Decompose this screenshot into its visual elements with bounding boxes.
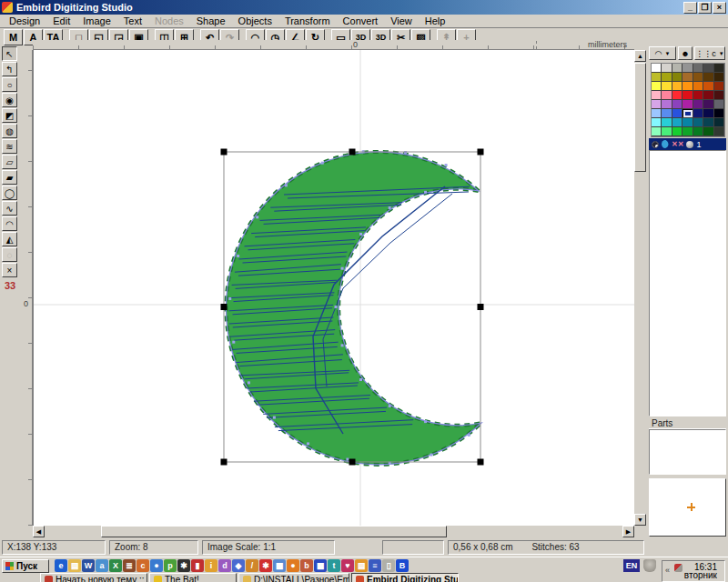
curve-node[interactable] <box>285 184 288 186</box>
crescent-fill-shape[interactable] <box>226 152 481 465</box>
horizontal-scroll-thumb[interactable] <box>101 526 447 537</box>
palette-color-35[interactable] <box>652 109 662 118</box>
outline-shape-tool[interactable]: ▱ <box>2 155 17 169</box>
design-browser-button[interactable]: M <box>4 29 23 45</box>
edit-nodes-tool[interactable]: ↰ <box>2 62 17 76</box>
explorer-window[interactable]: D:\INSTALL\Разное\Embird <box>238 573 349 582</box>
curve-node[interactable] <box>359 233 362 236</box>
notepad-icon[interactable]: ▯ <box>382 559 395 572</box>
orange-ball-icon[interactable]: ● <box>287 559 299 572</box>
menu-transform[interactable]: Transform <box>279 15 336 27</box>
palette-icon[interactable]: d <box>218 559 231 572</box>
palette-color-45[interactable] <box>682 118 693 127</box>
bluetooth-icon[interactable]: B <box>396 559 409 572</box>
palette-color-21[interactable] <box>652 91 662 100</box>
vertical-scroll-thumb[interactable] <box>634 63 646 172</box>
palette-color-33[interactable] <box>703 100 713 109</box>
pen-icon[interactable]: / <box>246 559 258 572</box>
palette-color-12[interactable] <box>703 73 713 82</box>
palette-color-29[interactable] <box>662 100 672 109</box>
zoom-tool[interactable]: ○ <box>2 77 17 92</box>
menu-design[interactable]: Design <box>4 15 46 27</box>
curve-node[interactable] <box>341 267 344 270</box>
wordpad-icon[interactable]: a <box>96 559 108 572</box>
palette-color-9[interactable] <box>672 73 682 82</box>
curve-node[interactable] <box>307 442 309 445</box>
palette-color-25[interactable] <box>693 91 703 100</box>
palette-color-51[interactable] <box>672 127 682 136</box>
scroll-down-arrow[interactable]: ▼ <box>634 514 646 526</box>
curve-node[interactable] <box>335 306 338 308</box>
curve-node[interactable] <box>273 416 276 419</box>
palette-color-11[interactable] <box>693 73 703 82</box>
palette-color-13[interactable] <box>714 73 724 82</box>
palette-color-20[interactable] <box>714 82 724 91</box>
selection-handle[interactable] <box>221 304 228 310</box>
curve-node[interactable] <box>228 297 231 300</box>
language-indicator[interactable]: EN <box>623 559 640 572</box>
palette-color-27[interactable] <box>714 91 724 100</box>
horizontal-scrollbar[interactable]: ◀ ▶ <box>33 526 634 537</box>
palette-color-30[interactable] <box>672 100 682 109</box>
palette-color-53[interactable] <box>693 127 703 136</box>
freehand-shape-tool[interactable]: ◯ <box>2 186 17 200</box>
vertical-scrollbar[interactable]: ▲ ▼ <box>634 50 647 526</box>
thread-catalog-button[interactable]: ☻ <box>678 46 693 60</box>
palette-color-10[interactable] <box>682 73 693 82</box>
zigzag-tool[interactable]: ∿ <box>2 201 17 216</box>
palette-color-24[interactable] <box>682 91 693 100</box>
selection-handle[interactable] <box>221 459 228 466</box>
menu-edit[interactable]: Edit <box>47 15 76 27</box>
palette-color-5[interactable] <box>703 64 713 73</box>
lamp-icon[interactable]: i <box>205 559 217 572</box>
palette-color-43[interactable] <box>662 118 672 127</box>
palette-color-15[interactable] <box>662 82 672 91</box>
carving-tool[interactable]: ≋ <box>2 139 17 154</box>
brush-icon[interactable]: b <box>300 559 313 572</box>
scroll-up-arrow[interactable]: ▲ <box>634 50 646 62</box>
curve-style-dropdown[interactable]: ◠ ▼ <box>649 46 676 60</box>
palette-color-46[interactable] <box>693 118 703 127</box>
selection-handle[interactable] <box>349 149 356 156</box>
curve-node[interactable] <box>468 434 470 436</box>
palette-color-2[interactable] <box>672 64 682 73</box>
my-documents-icon[interactable]: ▤ <box>68 559 81 572</box>
palette-color-48[interactable] <box>714 118 724 127</box>
palette-color-32[interactable] <box>693 100 703 109</box>
close-button[interactable]: × <box>713 2 726 14</box>
library-icon[interactable]: ≣ <box>123 559 136 572</box>
palette-color-40[interactable] <box>703 109 713 118</box>
palette-color-37[interactable] <box>672 109 682 118</box>
curve-node[interactable] <box>359 378 362 381</box>
palette-color-39[interactable] <box>693 109 703 118</box>
palette-color-4[interactable] <box>693 64 703 73</box>
curve-node[interactable] <box>346 458 349 461</box>
list-icon[interactable]: ≡ <box>369 559 381 572</box>
palette-color-28[interactable] <box>652 100 662 109</box>
network-ball-icon[interactable]: ● <box>150 559 163 572</box>
menu-image[interactable]: Image <box>77 15 116 27</box>
menu-convert[interactable]: Convert <box>338 15 384 27</box>
menu-help[interactable]: Help <box>420 15 451 27</box>
callout-shape-tool[interactable]: ◭ <box>2 232 17 246</box>
fill-shape-tool[interactable]: ◩ <box>2 108 17 123</box>
fill-mode-dropdown[interactable]: ⋮⋮c ▼ <box>694 46 725 60</box>
zoom-actual-tool[interactable]: ◉ <box>2 93 17 107</box>
palette-color-34[interactable] <box>714 100 724 109</box>
selection-handle[interactable] <box>478 304 484 310</box>
menu-view[interactable]: View <box>385 15 418 27</box>
menu-objects[interactable]: Objects <box>233 15 278 27</box>
palette-color-42[interactable] <box>652 118 662 127</box>
palette-color-41[interactable] <box>714 109 724 118</box>
scroll-left-arrow[interactable]: ◀ <box>33 526 45 537</box>
excel-icon[interactable]: X <box>109 559 122 572</box>
palette-color-19[interactable] <box>703 82 713 91</box>
object-list[interactable] <box>649 150 726 416</box>
palette-color-55[interactable] <box>714 127 724 136</box>
palette-color-6[interactable] <box>714 64 724 73</box>
photo-icon[interactable]: ▩ <box>273 559 286 572</box>
curve-node[interactable] <box>248 381 250 384</box>
curve-node[interactable] <box>445 164 448 166</box>
star-icon[interactable]: ✱ <box>177 559 190 572</box>
tray-app-icon[interactable] <box>674 564 682 572</box>
